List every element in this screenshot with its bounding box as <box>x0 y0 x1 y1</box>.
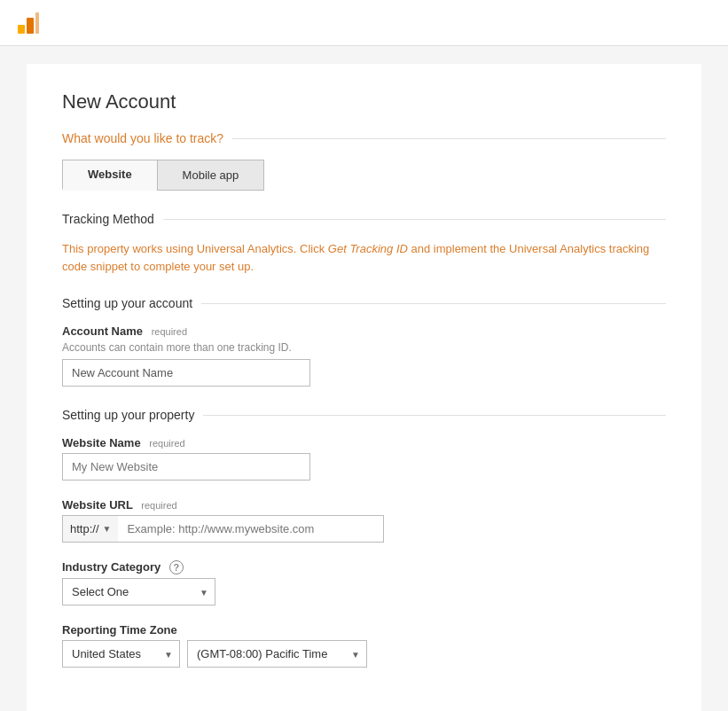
account-name-label: Account Name required <box>62 324 666 338</box>
account-name-field-block: Account Name required Accounts can conta… <box>62 324 666 387</box>
tracking-divider <box>163 219 666 220</box>
url-protocol-arrow: ▼ <box>103 524 112 534</box>
svg-rect-2 <box>35 12 39 34</box>
account-divider <box>201 303 666 304</box>
tracking-info-text: This property works using Universal Anal… <box>62 242 328 255</box>
website-name-input[interactable] <box>62 453 310 481</box>
reporting-timezone-field-block: Reporting Time Zone United States United… <box>62 623 666 668</box>
tracking-info-link: Get Tracking ID <box>328 242 408 255</box>
property-divider <box>203 415 666 416</box>
website-url-label: Website URL required <box>62 498 666 512</box>
tracking-method-section: Tracking Method This property works usin… <box>62 212 666 275</box>
section-divider <box>232 138 666 139</box>
account-name-required: required <box>152 326 187 337</box>
country-select-wrapper: United States United Kingdom Canada Aust… <box>62 640 180 668</box>
industry-help-icon[interactable]: ? <box>169 560 184 574</box>
website-url-required: required <box>141 500 176 511</box>
track-question: What would you like to track? <box>62 131 223 145</box>
website-name-label: Website Name required <box>62 436 666 449</box>
account-name-input[interactable] <box>62 359 310 387</box>
property-section: Setting up your property Website Name re… <box>62 408 666 668</box>
industry-select-wrapper: Select One Arts and Entertainment Autos … <box>62 578 215 606</box>
industry-select[interactable]: Select One Arts and Entertainment Autos … <box>62 578 215 606</box>
page-title: New Account <box>62 90 666 113</box>
track-buttons-group: Website Mobile app <box>62 160 666 191</box>
main-content: New Account What would you like to track… <box>27 64 701 711</box>
mobile-app-tab[interactable]: Mobile app <box>157 160 265 191</box>
industry-category-label: Industry Category ? <box>62 560 666 574</box>
google-analytics-logo <box>14 9 43 37</box>
reporting-row: United States United Kingdom Canada Aust… <box>62 640 666 668</box>
property-section-heading: Setting up your property <box>62 408 194 422</box>
account-section: Setting up your account Account Name req… <box>62 296 666 387</box>
account-section-heading: Setting up your account <box>62 296 192 310</box>
tracking-method-heading: Tracking Method <box>62 212 154 226</box>
top-bar <box>0 0 728 46</box>
url-input-group: http:// ▼ <box>62 515 666 543</box>
website-url-field-block: Website URL required http:// ▼ <box>62 498 666 543</box>
account-name-hint: Accounts can contain more than one track… <box>62 341 666 354</box>
tracking-method-header: Tracking Method <box>62 212 666 226</box>
website-tab[interactable]: Website <box>62 160 157 191</box>
timezone-select[interactable]: (GMT-08:00) Pacific Time (GMT-07:00) Mou… <box>187 640 367 668</box>
svg-rect-1 <box>27 18 34 34</box>
industry-category-field-block: Industry Category ? Select One Arts and … <box>62 560 666 606</box>
account-section-header: Setting up your account <box>62 296 666 310</box>
website-name-field-block: Website Name required <box>62 436 666 481</box>
svg-rect-0 <box>18 25 25 34</box>
tracking-info: This property works using Universal Anal… <box>62 240 666 275</box>
website-url-input[interactable] <box>118 515 384 543</box>
timezone-select-wrapper: (GMT-08:00) Pacific Time (GMT-07:00) Mou… <box>187 640 367 668</box>
track-section-header: What would you like to track? <box>62 131 666 145</box>
property-section-header: Setting up your property <box>62 408 666 422</box>
website-name-required: required <box>149 438 184 449</box>
url-protocol-dropdown[interactable]: http:// ▼ <box>62 515 118 543</box>
reporting-timezone-label: Reporting Time Zone <box>62 623 666 637</box>
country-select[interactable]: United States United Kingdom Canada Aust… <box>62 640 180 668</box>
